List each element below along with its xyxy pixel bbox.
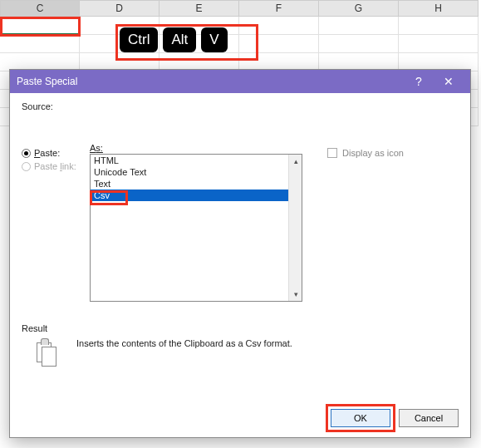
display-as-icon-label: Display as icon	[342, 148, 404, 158]
paste-special-dialog: Paste Special ? ✕ Source: Paste: Paste l…	[9, 69, 471, 438]
radio-icon	[22, 162, 31, 171]
radio-icon	[22, 149, 31, 158]
cancel-button[interactable]: Cancel	[399, 409, 459, 427]
list-item-csv[interactable]: Csv	[91, 190, 288, 201]
col-header-h[interactable]: H	[399, 0, 479, 17]
result-label: Result	[22, 323, 459, 333]
col-header-g[interactable]: G	[319, 0, 399, 17]
paste-mode-radios: Paste: Paste link:	[22, 143, 81, 175]
scroll-up-icon[interactable]: ▴	[289, 155, 302, 168]
col-header-c[interactable]: C	[0, 0, 80, 17]
list-item-text[interactable]: Text	[91, 178, 288, 190]
cell-selected[interactable]	[0, 17, 80, 35]
paste-radio-row[interactable]: Paste:	[22, 148, 81, 158]
paste-link-radio-label: Paste link:	[34, 161, 76, 171]
key-v: V	[201, 27, 227, 52]
paste-radio-label: Paste:	[34, 148, 60, 158]
cell[interactable]	[319, 17, 399, 35]
source-label: Source:	[22, 101, 459, 111]
clipboard-icon	[30, 338, 63, 373]
col-header-f[interactable]: F	[239, 0, 319, 17]
dialog-buttons: OK Cancel	[331, 409, 459, 427]
key-alt: Alt	[163, 27, 196, 52]
scroll-down-icon[interactable]: ▾	[289, 288, 302, 301]
cell[interactable]	[0, 35, 80, 53]
result-text: Inserts the contents of the Clipboard as…	[76, 338, 292, 348]
dialog-title: Paste Special	[17, 76, 404, 87]
list-item-unicode[interactable]: Unicode Text	[91, 166, 288, 178]
dialog-titlebar[interactable]: Paste Special ? ✕	[10, 70, 470, 93]
cell[interactable]	[319, 35, 399, 53]
cell[interactable]	[399, 17, 479, 35]
col-header-e[interactable]: E	[160, 0, 239, 17]
dialog-body: Source: Paste: Paste link: As: HTML Unic…	[10, 93, 470, 383]
list-item-html[interactable]: HTML	[91, 155, 288, 166]
paste-link-radio-row: Paste link:	[22, 161, 81, 171]
listbox-scrollbar[interactable]: ▴ ▾	[288, 155, 302, 301]
column-headers: C D E F G H	[0, 0, 481, 17]
as-column: As: HTML Unicode Text Text Csv ▴ ▾	[90, 143, 302, 302]
display-as-icon-row: Display as icon	[327, 148, 459, 158]
keyboard-shortcut: Ctrl Alt V	[120, 27, 228, 52]
cell[interactable]	[239, 35, 319, 53]
key-ctrl: Ctrl	[120, 27, 158, 52]
right-options: Display as icon	[311, 143, 459, 158]
col-header-d[interactable]: D	[80, 0, 160, 17]
as-label: As:	[90, 143, 302, 153]
close-button[interactable]: ✕	[434, 75, 464, 88]
cell[interactable]	[239, 17, 319, 35]
help-button[interactable]: ?	[404, 75, 434, 88]
cell[interactable]	[399, 35, 479, 53]
checkbox-icon	[327, 148, 337, 158]
format-listbox[interactable]: HTML Unicode Text Text Csv ▴ ▾	[90, 154, 302, 302]
ok-button[interactable]: OK	[331, 409, 390, 427]
